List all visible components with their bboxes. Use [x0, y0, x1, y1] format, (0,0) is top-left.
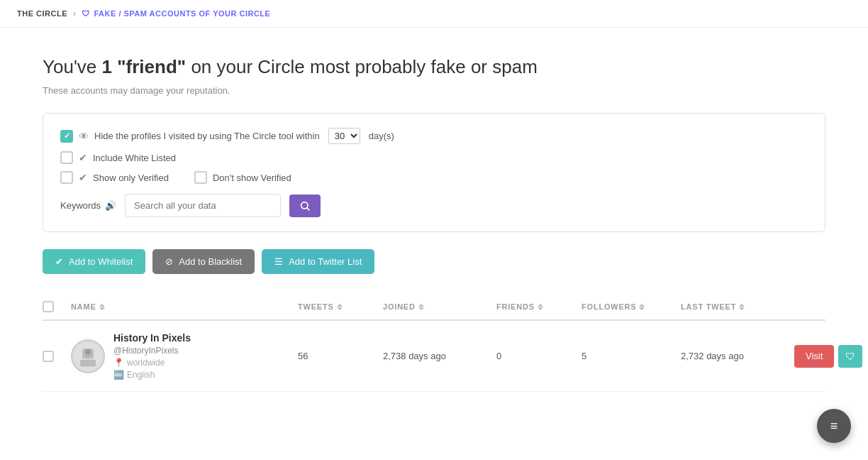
filter-box: 👁 Hide the profiles I visited by using T…	[43, 113, 825, 232]
row-checkbox[interactable]	[43, 351, 54, 362]
filter-row-whitelist: ✔ Include White Listed	[60, 151, 808, 164]
th-last-tweet[interactable]: LAST TWEET	[681, 301, 794, 312]
hide-visited-label: Hide the profiles I visited by using The…	[94, 131, 320, 141]
user-name: History In Pixels	[113, 332, 191, 344]
hide-visited-checkbox-box[interactable]	[60, 130, 73, 143]
user-cell: History In Pixels @HistoryInPixels 📍 wor…	[71, 332, 298, 380]
add-to-blacklist-button[interactable]: ⊘ Add to Blacklist	[152, 249, 255, 274]
user-location: 📍 worldwide	[113, 358, 191, 368]
include-whitelisted-checkbox[interactable]: ✔ Include White Listed	[60, 151, 176, 164]
th-joined[interactable]: JOINED	[383, 301, 496, 312]
location-icon: 📍	[113, 358, 124, 368]
filter-row-verified: ✔ Show only Verified Don't show Verified	[60, 171, 808, 184]
th-name[interactable]: NAME	[71, 301, 298, 312]
user-info: History In Pixels @HistoryInPixels 📍 wor…	[113, 332, 191, 380]
avatar	[71, 339, 105, 373]
search-icon	[299, 200, 311, 212]
followers-cell: 5	[582, 351, 681, 361]
keywords-label: Keywords 🔊	[60, 200, 116, 211]
spam-icon: 🛡	[82, 9, 90, 18]
table-header: NAME TWEETS JOINED FRIENDS	[43, 294, 825, 321]
eye-icon: 👁	[79, 131, 89, 142]
user-language: 🔤 English	[113, 370, 191, 380]
th-followers[interactable]: FOLLOWERS	[582, 301, 681, 312]
tweets-sort-icon[interactable]	[337, 304, 343, 310]
search-button[interactable]	[289, 195, 321, 217]
days-label: day(s)	[369, 131, 394, 141]
hide-visited-checkbox[interactable]: 👁 Hide the profiles I visited by using T…	[60, 130, 320, 143]
include-whitelisted-checkbox-box[interactable]	[60, 151, 73, 164]
search-input[interactable]	[125, 194, 281, 217]
svg-line-1	[307, 208, 309, 210]
row-checkbox-cell	[43, 351, 71, 362]
last-tweet-sort-icon[interactable]	[739, 304, 745, 310]
page-title: You've 1 "friend" on your Circle most pr…	[43, 56, 825, 78]
filter-row-hide-visited: 👁 Hide the profiles I visited by using T…	[60, 128, 808, 144]
user-handle: @HistoryInPixels	[113, 346, 191, 356]
keywords-row: Keywords 🔊	[60, 194, 808, 217]
breadcrumb-current[interactable]: 🛡 FAKE / SPAM ACCOUNTS OF YOUR CIRCLE	[82, 9, 270, 18]
protect-button[interactable]: 🛡	[838, 345, 862, 368]
protect-icon: 🛡	[845, 351, 855, 362]
th-friends[interactable]: FRIENDS	[496, 301, 582, 312]
action-buttons: ✔ Add to Whitelist ⊘ Add to Blacklist ☰ …	[43, 249, 825, 274]
breadcrumb-home[interactable]: THE CIRCLE	[17, 9, 67, 18]
show-only-verified-label: Show only Verified	[93, 172, 169, 183]
svg-rect-5	[80, 359, 96, 366]
breadcrumb: THE CIRCLE › 🛡 FAKE / SPAM ACCOUNTS OF Y…	[0, 0, 868, 28]
add-to-whitelist-button[interactable]: ✔ Add to Whitelist	[43, 249, 145, 274]
followers-sort-icon[interactable]	[639, 304, 645, 310]
dont-show-verified-label: Don't show Verified	[213, 172, 291, 183]
visit-button[interactable]: Visit	[794, 345, 834, 368]
results-table: NAME TWEETS JOINED FRIENDS	[43, 294, 825, 392]
blacklist-icon: ⊘	[165, 256, 173, 267]
joined-sort-icon[interactable]	[418, 304, 424, 310]
row-actions: Visit 🛡	[794, 345, 865, 368]
table-row: History In Pixels @HistoryInPixels 📍 wor…	[43, 321, 825, 392]
last-tweet-cell: 2,732 days ago	[681, 351, 794, 361]
include-whitelisted-label: Include White Listed	[93, 153, 176, 163]
name-sort-icon[interactable]	[99, 304, 105, 310]
lang-icon: 🔤	[113, 370, 124, 380]
twitter-list-icon: ☰	[274, 256, 283, 267]
friends-sort-icon[interactable]	[538, 304, 543, 310]
joined-cell: 2,738 days ago	[383, 351, 496, 361]
shield-check-icon: ✔	[79, 152, 87, 163]
dont-show-verified-checkbox-box[interactable]	[194, 171, 207, 184]
whitelist-icon: ✔	[55, 256, 63, 267]
days-select[interactable]: 30 7 14 60 90	[328, 128, 360, 144]
add-to-twitter-list-button[interactable]: ☰ Add to Twitter List	[262, 249, 374, 274]
th-actions	[794, 301, 865, 312]
tweets-cell: 56	[298, 351, 383, 361]
show-only-verified-checkbox-box[interactable]	[60, 171, 73, 184]
show-only-verified-checkbox[interactable]: ✔ Show only Verified	[60, 171, 169, 184]
keyword-icon: 🔊	[105, 200, 116, 211]
page-subtitle: These accounts may damage your reputatio…	[43, 85, 825, 96]
fab-icon: ≡	[830, 419, 838, 421]
th-checkbox	[43, 301, 71, 312]
breadcrumb-arrow: ›	[73, 9, 76, 18]
main-content: You've 1 "friend" on your Circle most pr…	[0, 28, 868, 420]
dont-show-verified-checkbox[interactable]: Don't show Verified	[194, 171, 291, 184]
friends-cell: 0	[496, 351, 582, 361]
th-tweets[interactable]: TWEETS	[298, 301, 383, 312]
svg-point-6	[87, 354, 90, 357]
quoted-word: "friend"	[117, 56, 186, 77]
select-all-checkbox[interactable]	[43, 301, 54, 312]
verified-icon: ✔	[79, 172, 87, 183]
